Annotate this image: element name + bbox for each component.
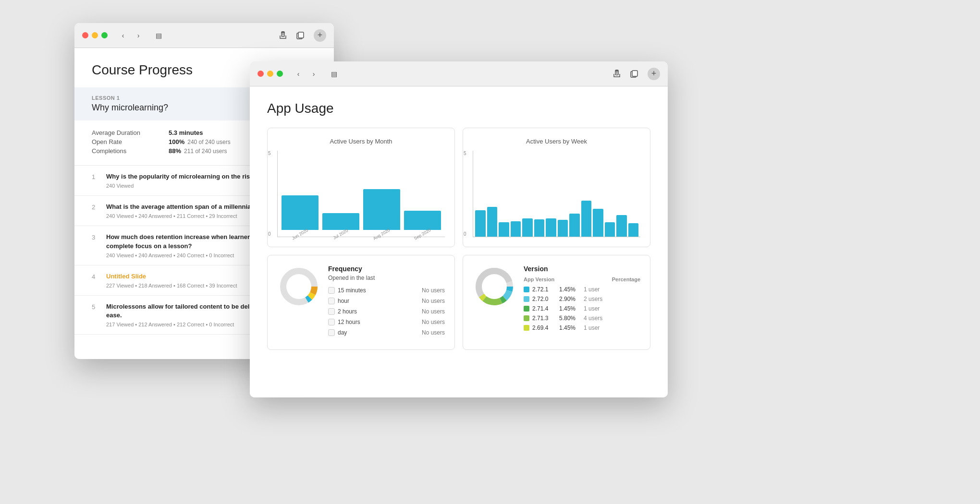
stat-value-openrate: 100%	[169, 138, 184, 145]
new-tab-button-course[interactable]: +	[314, 29, 326, 42]
version-color-dot	[524, 325, 529, 331]
version-name: 2.72.1	[532, 286, 556, 293]
version-donut-svg	[473, 265, 516, 308]
forward-button[interactable]: ›	[132, 29, 145, 42]
minimize-button[interactable]	[92, 32, 98, 38]
weekly-bar	[487, 207, 498, 237]
close-button-app[interactable]	[257, 71, 264, 77]
freq-checkbox[interactable]	[328, 329, 335, 336]
version-pct: 1.45%	[559, 286, 581, 293]
back-button-app[interactable]: ‹	[292, 67, 305, 81]
freq-label: 12 hours	[338, 319, 360, 325]
frequency-donut	[277, 265, 320, 308]
weekly-bar	[558, 220, 568, 237]
maximize-button-app[interactable]	[277, 71, 283, 77]
version-pct: 1.45%	[559, 324, 581, 331]
bar-group: Jul 2020	[322, 213, 359, 237]
sidebar-toggle-button[interactable]: ▤	[152, 29, 165, 42]
forward-button-app[interactable]: ›	[307, 67, 320, 81]
weekly-bar	[546, 218, 556, 237]
version-name: 2.71.3	[532, 315, 556, 322]
frequency-row: 12 hours No users	[328, 319, 445, 325]
version-name: 2.71.4	[532, 305, 556, 312]
freq-checkbox[interactable]	[328, 319, 335, 325]
stat-value-duration: 5.3 minutes	[169, 129, 203, 136]
weekly-bar	[593, 209, 603, 237]
stat-sub-openrate: 240 of 240 users	[187, 139, 230, 145]
version-col2-header: Percentage	[612, 276, 640, 282]
weekly-bar	[499, 222, 509, 237]
version-row: 2.72.0 2.90% 2 users	[524, 296, 640, 302]
version-count: 2 users	[584, 296, 602, 302]
maximize-button[interactable]	[101, 32, 108, 38]
charts-grid: Active Users by Month 5 0 Jun 2020Jul 20…	[267, 128, 650, 247]
traffic-lights-app	[257, 71, 283, 77]
nav-buttons-course: ‹ ›	[116, 29, 145, 42]
version-pct: 5.80%	[559, 315, 581, 322]
stat-value-completions: 88%	[169, 147, 181, 155]
weekly-bar	[581, 201, 592, 237]
version-row: 2.69.4 1.45% 1 user	[524, 324, 640, 331]
freq-checkbox[interactable]	[328, 287, 335, 294]
share-icon-app	[612, 70, 621, 78]
bar	[404, 211, 441, 230]
app-content: App Usage Active Users by Month 5 0 Jun …	[250, 86, 668, 397]
weekly-bar	[522, 218, 533, 237]
freq-label: 2 hours	[338, 308, 357, 315]
nav-buttons-app: ‹ ›	[292, 67, 320, 81]
y-label-bottom: 0	[268, 231, 271, 237]
freq-value: No users	[422, 287, 445, 294]
version-color-dot	[524, 296, 529, 302]
sidebar-icon-app: ▤	[331, 70, 337, 78]
weekly-bar	[616, 215, 627, 237]
y-label-top: 5	[268, 151, 271, 156]
duplicate-button-app[interactable]	[627, 67, 641, 81]
freq-check: 12 hours	[328, 319, 360, 325]
version-pct: 2.90%	[559, 296, 581, 302]
weekly-bar	[511, 221, 521, 237]
monthly-bar-chart: 5 0 Jun 2020Jul 2020Aug 2020Sep 2020	[277, 151, 445, 237]
bar-label: Jul 2020	[332, 228, 349, 240]
frequency-subtitle: Opened in the last	[328, 275, 445, 281]
version-count: 1 user	[584, 286, 600, 293]
stat-label-completions: Completions	[92, 147, 169, 155]
version-count: 4 users	[584, 315, 602, 322]
minimize-button-app[interactable]	[267, 71, 273, 77]
close-button[interactable]	[82, 32, 88, 38]
frequency-content: Frequency Opened in the last 15 minutes …	[328, 265, 445, 340]
version-header-row: App Version Percentage	[524, 276, 640, 282]
weekly-bar-area: 5 0	[473, 151, 640, 237]
version-count: 1 user	[584, 305, 600, 312]
back-button[interactable]: ‹	[116, 29, 130, 42]
bar-group: Aug 2020	[363, 189, 400, 237]
freq-check: hour	[328, 298, 349, 304]
stat-sub-completions: 211 of 240 users	[184, 148, 227, 155]
version-color-dot	[524, 287, 529, 292]
version-title: Version	[524, 265, 640, 273]
freq-check: 2 hours	[328, 308, 357, 315]
freq-label: hour	[338, 298, 349, 304]
bar-group: Jun 2020	[282, 195, 318, 237]
weekly-bar	[534, 219, 545, 237]
version-content: Version App Version Percentage 2.72.1 1.…	[524, 265, 640, 340]
duplicate-button-course[interactable]	[294, 29, 307, 42]
version-count: 1 user	[584, 324, 600, 331]
sidebar-toggle-app[interactable]: ▤	[327, 67, 341, 81]
stat-label-openrate: Open Rate	[92, 138, 169, 145]
weekly-chart-title: Active Users by Week	[473, 138, 640, 145]
new-tab-button-app[interactable]: +	[648, 68, 660, 80]
freq-checkbox[interactable]	[328, 298, 335, 304]
freq-checkbox[interactable]	[328, 308, 335, 315]
svg-rect-5	[632, 71, 637, 76]
freq-value: No users	[422, 298, 445, 304]
weekly-bar	[475, 210, 486, 237]
frequency-row: 15 minutes No users	[328, 287, 445, 294]
weekly-y-label-bottom: 0	[464, 231, 466, 237]
toolbar-right-app: +	[610, 67, 660, 81]
share-button-course[interactable]	[276, 29, 290, 42]
freq-check: 15 minutes	[328, 287, 366, 294]
weekly-y-label-top: 5	[464, 151, 466, 156]
share-button-app[interactable]	[610, 67, 624, 81]
version-name: 2.72.0	[532, 296, 556, 302]
bottom-charts: Frequency Opened in the last 15 minutes …	[267, 255, 650, 350]
